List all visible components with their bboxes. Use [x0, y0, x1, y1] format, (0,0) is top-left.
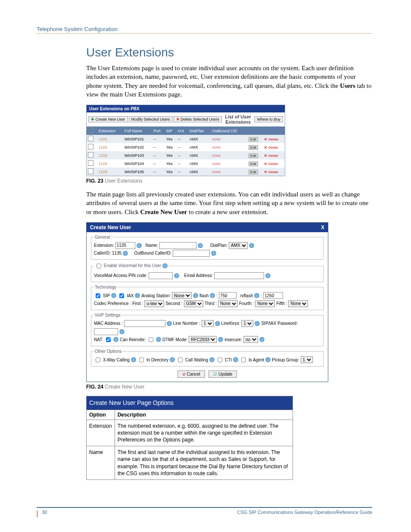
close-icon[interactable]: X: [321, 224, 324, 230]
reinvite-checkbox[interactable]: [149, 337, 153, 342]
edit-button[interactable]: Edit: [249, 170, 258, 174]
pickup-select[interactable]: 1: [301, 356, 313, 363]
vm-pin-field[interactable]: [149, 272, 173, 279]
create-new-user-button[interactable]: ✚ Create New User: [88, 116, 128, 122]
password-field[interactable]: [94, 328, 118, 335]
callerid-value: 1135: [112, 251, 121, 255]
info-icon[interactable]: i: [193, 293, 198, 298]
delete-button[interactable]: ✕ Delete: [264, 154, 278, 158]
info-icon[interactable]: i: [215, 321, 220, 326]
codec3-select[interactable]: None: [218, 300, 238, 307]
analog-select[interactable]: None: [172, 292, 192, 299]
agent-checkbox[interactable]: [241, 358, 246, 362]
info-icon[interactable]: i: [131, 357, 136, 362]
extension-field[interactable]: [115, 242, 135, 249]
delete-button[interactable]: ✕ Delete: [264, 146, 278, 149]
ext-cell: 1104: [97, 159, 123, 168]
info-icon[interactable]: i: [111, 293, 116, 298]
info-icon[interactable]: i: [137, 243, 142, 248]
codec3-label: Third :: [205, 301, 217, 306]
nat-label: NAT:: [94, 337, 103, 342]
update-button[interactable]: ☑ Update: [209, 370, 237, 378]
info-icon[interactable]: i: [211, 251, 216, 256]
info-icon[interactable]: i: [167, 321, 172, 326]
name-field[interactable]: [159, 242, 196, 249]
modify-selected-button[interactable]: Modify Selected Users: [129, 116, 173, 122]
info-icon[interactable]: i: [170, 357, 175, 362]
row-checkbox[interactable]: [88, 160, 93, 166]
opt-name: Name: [87, 446, 115, 480]
where-to-buy-button[interactable]: Where to Buy: [254, 116, 283, 122]
line-select[interactable]: 1: [202, 320, 214, 327]
figure-23-caption: FIG. 23 User Extensions: [86, 178, 372, 184]
edit-button[interactable]: Edit: [249, 153, 258, 158]
flash-field[interactable]: [219, 292, 237, 299]
delete-button[interactable]: ✕ Delete: [264, 137, 278, 141]
email-field[interactable]: [214, 272, 264, 279]
info-icon[interactable]: i: [233, 357, 238, 362]
info-icon[interactable]: i: [135, 293, 140, 298]
delete-button[interactable]: ✕ Delete: [264, 170, 278, 174]
name-cell: WinSIP103: [123, 151, 152, 159]
ext-cell: 1103: [97, 151, 123, 159]
sip-checkbox[interactable]: [96, 293, 100, 298]
info-icon[interactable]: i: [259, 337, 265, 342]
dtmf-label: DTMF Mode:: [162, 337, 187, 342]
indir-checkbox[interactable]: [139, 358, 144, 362]
edit-button[interactable]: Edit: [249, 162, 258, 166]
nat-checkbox[interactable]: [106, 337, 111, 342]
info-icon[interactable]: i: [254, 293, 259, 298]
insecure-label: insecure:: [224, 337, 242, 342]
outbound-cid-field[interactable]: [173, 250, 210, 257]
codec2-select[interactable]: GSM: [184, 300, 203, 307]
iax-checkbox[interactable]: [119, 293, 124, 298]
voicemail-label: Enable Voicemail for this User: [104, 263, 161, 268]
info-icon[interactable]: i: [265, 273, 271, 278]
insecure-select[interactable]: no: [243, 336, 258, 343]
codec1-select[interactable]: u-law: [144, 300, 164, 307]
info-icon[interactable]: i: [255, 321, 260, 326]
delete-selected-button[interactable]: ✕ Delete Selected Users: [174, 116, 222, 122]
figure-23: User Extensions on PBX ✚ Create New User…: [86, 105, 372, 176]
row-checkbox[interactable]: [88, 152, 93, 158]
row-checkbox[interactable]: [88, 136, 93, 141]
info-icon[interactable]: i: [265, 357, 271, 362]
codec4-select[interactable]: None: [255, 300, 275, 307]
3way-checkbox[interactable]: [96, 358, 100, 362]
info-icon[interactable]: i: [249, 243, 254, 248]
codec5-select[interactable]: None: [288, 300, 308, 307]
row-checkbox[interactable]: [88, 168, 93, 174]
info-icon[interactable]: i: [156, 337, 161, 342]
edit-button[interactable]: Edit: [249, 137, 258, 142]
linekeys-label: LineKeys:: [221, 321, 240, 326]
cancel-button[interactable]: ⊘ Cancel: [177, 370, 205, 378]
voicemail-checkbox[interactable]: [97, 264, 101, 268]
delete-button[interactable]: ✕ Delete: [264, 162, 278, 166]
info-icon[interactable]: i: [174, 273, 179, 278]
col-desc: Description: [115, 410, 293, 420]
info-icon[interactable]: i: [162, 263, 168, 268]
row-checkbox[interactable]: [88, 144, 93, 149]
callwait-checkbox[interactable]: [178, 358, 183, 362]
dialplan-label: DialPlan:: [210, 243, 227, 248]
dialplan-select[interactable]: AMX: [229, 242, 248, 249]
info-icon[interactable]: i: [123, 251, 128, 256]
info-icon[interactable]: i: [119, 329, 125, 334]
rxflash-field[interactable]: [263, 292, 283, 299]
info-icon[interactable]: i: [113, 337, 118, 342]
info-icon[interactable]: i: [198, 243, 203, 248]
edit-button[interactable]: Edit: [249, 145, 258, 150]
linekeys-select[interactable]: 1: [241, 320, 253, 327]
intro-paragraph: The User Extensions page is used to crea…: [86, 64, 372, 99]
opt-desc: The numbered extension, e.g. 6000, assig…: [115, 420, 293, 446]
iax-label: IAX: [127, 293, 134, 298]
callerid-label: CallerID:: [94, 251, 111, 255]
flash-label: flash: [199, 293, 209, 298]
mac-field[interactable]: [124, 320, 165, 327]
vm-pin-label: VoiceMail Access PIN code:: [94, 273, 147, 278]
info-icon[interactable]: i: [218, 337, 223, 342]
info-icon[interactable]: i: [210, 293, 215, 298]
dtmf-select[interactable]: RFC2833: [189, 336, 217, 343]
info-icon[interactable]: i: [209, 357, 215, 362]
cti-checkbox[interactable]: [218, 358, 222, 362]
